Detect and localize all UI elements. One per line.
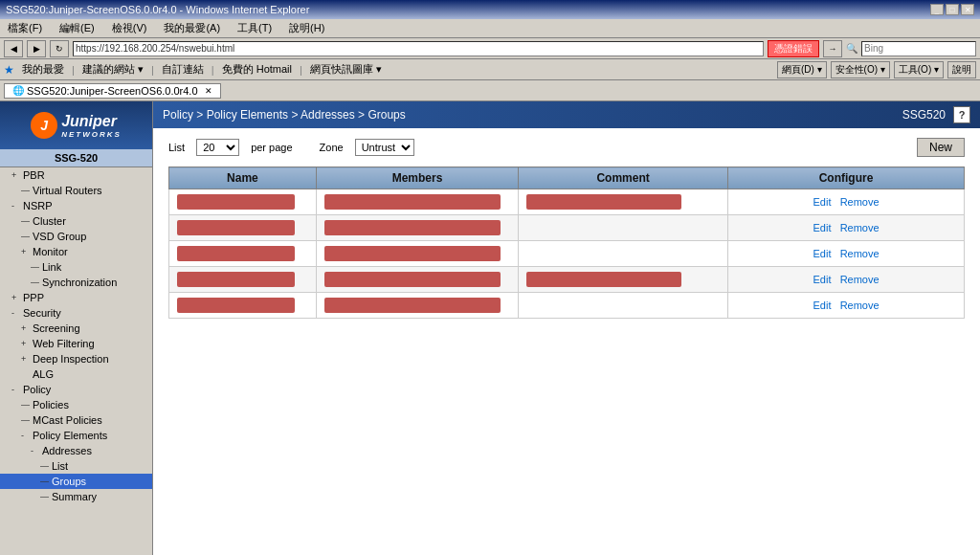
- cell-members: [316, 293, 518, 319]
- sidebar-item-policy[interactable]: - Policy: [0, 382, 152, 397]
- sidebar-item-vsd-group[interactable]: — VSD Group: [0, 229, 152, 244]
- redacted-members: [324, 220, 501, 235]
- sidebar-item-cluster[interactable]: — Cluster: [0, 213, 152, 229]
- cert-error-badge[interactable]: 憑證錯誤: [768, 40, 819, 57]
- page-tab[interactable]: 🌐 SSG520:Juniper-ScreenOS6.0.0r4.0 ✕: [4, 83, 221, 99]
- sidebar-item-link[interactable]: — Link: [0, 259, 152, 275]
- sidebar-item-pbr[interactable]: + PBR: [0, 167, 152, 183]
- zone-select[interactable]: Untrust Trust DMZ Global: [355, 139, 414, 156]
- sidebar-item-nsrp[interactable]: - NSRP: [0, 198, 152, 213]
- search-label: 🔍: [846, 43, 858, 54]
- safety-button[interactable]: 安全性(O) ▾: [831, 61, 890, 78]
- sidebar-label-mcast-policies: MCast Policies: [33, 414, 102, 426]
- fav-suggested[interactable]: 建議的網站 ▾: [82, 62, 144, 77]
- sidebar-item-addresses[interactable]: - Addresses: [0, 443, 152, 458]
- cell-configure: Edit Remove: [728, 189, 965, 215]
- refresh-button[interactable]: ↻: [50, 40, 69, 57]
- remove-button[interactable]: Remove: [840, 222, 880, 233]
- controls-left: List 20 50 100 per page Zone Untrust Tru…: [168, 139, 414, 156]
- edit-button[interactable]: Edit: [813, 196, 831, 208]
- sidebar-item-summary[interactable]: — Summary: [0, 489, 152, 504]
- edit-button[interactable]: Edit: [813, 222, 831, 233]
- search-input[interactable]: [861, 41, 976, 56]
- sidebar-item-synchronization[interactable]: — Synchronization: [0, 275, 152, 290]
- menu-tools[interactable]: 工具(T): [234, 20, 276, 36]
- tab-icon: 🌐: [12, 85, 24, 96]
- sidebar-item-virtual-routers[interactable]: — Virtual Routers: [0, 183, 152, 198]
- edit-button[interactable]: Edit: [813, 300, 831, 311]
- tab-close-icon[interactable]: ✕: [205, 86, 212, 96]
- sidebar-item-mcast-policies[interactable]: — MCast Policies: [0, 412, 152, 428]
- sidebar-item-ppp[interactable]: + PPP: [0, 290, 152, 305]
- cell-configure: Edit Remove: [728, 241, 965, 267]
- menu-bar: 檔案(F) 編輯(E) 檢視(V) 我的最愛(A) 工具(T) 說明(H): [0, 19, 980, 38]
- remove-button[interactable]: Remove: [840, 300, 880, 311]
- cell-comment: [519, 241, 728, 267]
- remove-button[interactable]: Remove: [840, 274, 880, 285]
- minimize-button[interactable]: _: [930, 4, 944, 15]
- menu-favorites[interactable]: 我的最愛(A): [160, 20, 224, 36]
- sidebar-logo: J Juniper NETWORKS: [0, 101, 152, 149]
- favorites-bar: ★ 我的最愛 | 建議的網站 ▾ | 自訂連結 | 免費的 Hotmail | …: [0, 59, 980, 80]
- cell-members: [316, 267, 518, 293]
- sidebar-item-list[interactable]: — List: [0, 458, 152, 474]
- expand-icon: -: [31, 446, 40, 455]
- fav-custom[interactable]: 自訂連結: [162, 62, 204, 77]
- sidebar-item-web-filtering[interactable]: + Web Filtering: [0, 336, 152, 351]
- forward-button[interactable]: ▶: [27, 40, 46, 57]
- indent-icon: —: [40, 492, 50, 501]
- tools-button[interactable]: 工具(O) ▾: [894, 61, 944, 78]
- sidebar-label-virtual-routers: Virtual Routers: [33, 185, 102, 196]
- edit-button[interactable]: Edit: [813, 274, 831, 285]
- menu-edit[interactable]: 編輯(E): [56, 20, 99, 36]
- indent-icon: —: [21, 400, 31, 410]
- help-button[interactable]: ?: [953, 106, 970, 123]
- sidebar-item-monitor[interactable]: + Monitor: [0, 244, 152, 259]
- sidebar-label-security: Security: [23, 307, 61, 319]
- sidebar-item-groups[interactable]: — Groups: [0, 474, 152, 489]
- menu-file[interactable]: 檔案(F): [4, 20, 46, 36]
- window-controls[interactable]: _ □ ✕: [930, 4, 974, 15]
- maximize-button[interactable]: □: [946, 4, 959, 15]
- fav-favorites[interactable]: 我的最愛: [22, 62, 64, 77]
- logo-text: Juniper: [61, 113, 122, 130]
- data-table: Name Members Comment Configure: [168, 166, 965, 319]
- sidebar-item-deep-inspection[interactable]: + Deep Inspection: [0, 351, 152, 366]
- sidebar-label-pbr: PBR: [23, 169, 45, 181]
- per-page-select[interactable]: 20 50 100: [196, 139, 239, 156]
- help-toolbar-button[interactable]: 說明: [947, 61, 976, 78]
- redacted-name: [177, 220, 295, 235]
- cell-members: [316, 241, 518, 267]
- sidebar-tree: + PBR — Virtual Routers - NSRP — Cluster…: [0, 167, 152, 504]
- edit-button[interactable]: Edit: [813, 248, 831, 259]
- page-button[interactable]: 網頁(D) ▾: [777, 61, 827, 78]
- table-row: Edit Remove: [169, 241, 965, 267]
- close-button[interactable]: ✕: [961, 4, 974, 15]
- remove-button[interactable]: Remove: [840, 196, 880, 208]
- sidebar-item-alg[interactable]: ALG: [0, 366, 152, 382]
- fav-feeds[interactable]: 網頁快訊圖庫 ▾: [310, 62, 382, 77]
- cell-members: [316, 189, 518, 215]
- sidebar-item-policy-elements[interactable]: - Policy Elements: [0, 428, 152, 443]
- table-row: Edit Remove: [169, 189, 965, 215]
- toolbar-right: 網頁(D) ▾ 安全性(O) ▾ 工具(O) ▾ 說明: [777, 61, 976, 78]
- cell-comment: [519, 189, 728, 215]
- fav-hotmail[interactable]: 免費的 Hotmail: [222, 62, 292, 77]
- menu-view[interactable]: 檢視(V): [108, 20, 151, 36]
- table-row: Edit Remove: [169, 267, 965, 293]
- menu-help[interactable]: 說明(H): [285, 20, 328, 36]
- main-content: Policy > Policy Elements > Addresses > G…: [153, 101, 980, 555]
- redacted-comment: [526, 194, 681, 210]
- back-button[interactable]: ◀: [4, 40, 23, 57]
- sidebar-label-monitor: Monitor: [33, 246, 68, 257]
- window-title: SSG520:Juniper-ScreenOS6.0.0r4.0 - Windo…: [6, 4, 309, 15]
- remove-button[interactable]: Remove: [840, 248, 880, 259]
- go-button[interactable]: →: [823, 40, 842, 57]
- new-button[interactable]: New: [917, 138, 965, 157]
- sidebar-item-screening[interactable]: + Screening: [0, 321, 152, 336]
- sidebar-item-security[interactable]: - Security: [0, 305, 152, 321]
- address-input[interactable]: [73, 41, 764, 56]
- sidebar-label-groups: Groups: [52, 476, 86, 487]
- cell-name: [169, 215, 317, 241]
- sidebar-item-policies[interactable]: — Policies: [0, 397, 152, 412]
